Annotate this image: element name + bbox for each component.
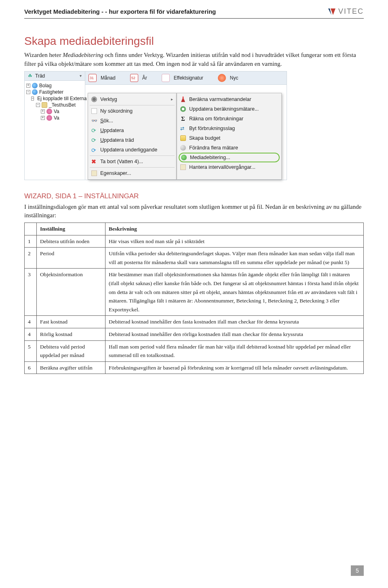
- submenu-intervall[interactable]: Hantera intervallövergångar...: [177, 162, 281, 172]
- section-heading: WIZARD, SIDA 1 – INSTÄLLNINGAR: [24, 192, 364, 200]
- menu-uppdatera[interactable]: ⟳Uppdatera: [88, 126, 176, 135]
- expand-icon[interactable]: +: [41, 116, 45, 120]
- key-icon[interactable]: [218, 74, 226, 82]
- calendar-year-icon[interactable]: [130, 74, 138, 82]
- interval-icon: [180, 164, 186, 170]
- intro-paragraph: Wizarden heter Mediadebitering och finns…: [24, 51, 364, 69]
- separator: [90, 167, 175, 168]
- toolbar-year[interactable]: År: [142, 75, 147, 81]
- sigma-icon: Σ: [180, 116, 186, 122]
- page-number: 5: [351, 565, 364, 576]
- col-header-desc: Beskrivning: [105, 223, 364, 235]
- tree-row-testhus[interactable]: −_TesthusBet: [26, 102, 83, 108]
- refresh-deep-icon: ⟳: [91, 147, 97, 153]
- refresh-icon: ⟳: [91, 128, 97, 133]
- content-panel: Månad År Effektsignatur Nyc Verktyg Ny s…: [85, 71, 287, 180]
- vitec-logo-icon: [328, 8, 336, 15]
- multi-meter-icon: [180, 145, 186, 151]
- page-header: Verktyget Mediadebitering - - hur export…: [24, 0, 364, 19]
- tree-row-ejkopplade[interactable]: −Ej kopplade till Externa filter: [26, 95, 83, 102]
- context-menu: Verktyg Ny sökordning 👓Sök... ⟳Uppdatera…: [88, 93, 177, 180]
- properties-icon: [91, 170, 97, 176]
- section-paragraph: I inställningsdialogen gör man ett antal…: [24, 203, 364, 220]
- menu-sok[interactable]: 👓Sök...: [88, 116, 176, 126]
- tree-panel: ☘ Träd ▾ +Bolag −Fastigheter −Ej kopplad…: [25, 71, 85, 180]
- collapse-icon[interactable]: −: [31, 97, 34, 101]
- toolbar-month[interactable]: Månad: [101, 75, 116, 81]
- context-menu-pair: Verktyg Ny sökordning 👓Sök... ⟳Uppdatera…: [85, 85, 287, 180]
- collapse-icon[interactable]: −: [26, 90, 30, 94]
- folder-icon: [42, 102, 47, 108]
- delete-icon: ✖: [91, 159, 97, 164]
- table-row: 1Debitera utifrån nodenHär visas vilken …: [25, 235, 364, 248]
- tree-tab[interactable]: ☘ Träd ▾: [25, 71, 85, 81]
- submenu-uppdatera-berakn[interactable]: Uppdatera beräkningsmätare...: [177, 104, 281, 114]
- budget-icon: [180, 135, 186, 141]
- tree-row-fastigheter[interactable]: −Fastigheter: [26, 89, 83, 95]
- submenu-skapa-budget[interactable]: Skapa budget: [177, 133, 281, 143]
- menu-tabort[interactable]: ✖Ta bort (Vatten 4)...: [88, 157, 176, 166]
- settings-table: Inställning Beskrivning 1Debitera utifrå…: [24, 223, 364, 374]
- toolbar-effekt[interactable]: Effektsignatur: [174, 75, 203, 81]
- node-icon: [46, 115, 52, 121]
- media-export-icon: [181, 155, 187, 160]
- menu-uppdatera-trad[interactable]: ⟳Uppdatera träd: [88, 135, 176, 145]
- submenu-byt-forbrukning[interactable]: ⇄Byt förbrukningsslag: [177, 124, 281, 133]
- expand-icon[interactable]: +: [41, 109, 45, 113]
- menu-verktyg[interactable]: Verktyg: [88, 94, 176, 104]
- swap-icon: ⇄: [180, 126, 186, 131]
- table-row: 4Rörlig kostnadDebiterad kostnad innehål…: [25, 328, 364, 340]
- tree-row-va1[interactable]: +Va: [26, 108, 83, 115]
- node-icon: [46, 109, 52, 114]
- sub-menu: Beräkna varmvattenandelar Uppdatera berä…: [177, 93, 282, 180]
- menu-egenskaper[interactable]: Egenskaper...: [88, 168, 176, 178]
- col-header-blank: [25, 223, 37, 235]
- vitec-logo: VITEC: [328, 7, 364, 16]
- table-row: 6Beräkna avgifter utifrånFörbrukningsavg…: [25, 361, 364, 374]
- submenu-forandra-matare[interactable]: Förändra flera mätare: [177, 143, 281, 153]
- expand-icon[interactable]: +: [26, 84, 30, 88]
- globe-icon: [32, 83, 38, 88]
- refresh-tree-icon: ⟳: [91, 137, 97, 143]
- collapse-icon[interactable]: −: [36, 103, 40, 107]
- header-title: Verktyget Mediadebitering - - hur export…: [24, 8, 216, 15]
- app-screenshot: ☘ Träd ▾ +Bolag −Fastigheter −Ej kopplad…: [24, 71, 287, 180]
- separator: [90, 105, 175, 105]
- chevron-down-icon: ▾: [80, 74, 82, 78]
- col-header-setting: Inställning: [37, 223, 105, 235]
- submenu-varmvatten[interactable]: Beräkna varmvattenandelar: [177, 94, 281, 104]
- page-icon: [91, 108, 97, 114]
- tree-tab-label: Träd: [35, 73, 45, 79]
- flask-red-icon: [180, 97, 186, 102]
- tree-row-va2[interactable]: +Va: [26, 115, 83, 121]
- menu-nysokordning[interactable]: Ny sökordning: [88, 106, 176, 116]
- menu-uppdatera-underliggande[interactable]: ⟳Uppdatera underliggande: [88, 145, 176, 155]
- submenu-rakna-om[interactable]: ΣRäkna om förbrukningar: [177, 114, 281, 124]
- gear-icon: [91, 97, 97, 102]
- toolbar: Månad År Effektsignatur Nyc: [85, 71, 287, 85]
- table-row: 3ObjektsinformationHär bestämmer man ifa…: [25, 269, 364, 316]
- globe-icon: [32, 89, 38, 95]
- main-heading: Skapa mediadebiteringsfil: [24, 35, 364, 48]
- tree-row-bolag[interactable]: +Bolag: [26, 82, 83, 89]
- toolbar-nyc[interactable]: Nyc: [230, 75, 238, 81]
- table-row: 4Fast kostnadDebiterad kostnad innehålle…: [25, 316, 364, 328]
- update-meter-icon: [180, 106, 186, 112]
- table-row: 5Debitera vald period uppdelad per månad…: [25, 340, 364, 361]
- calendar-month-icon[interactable]: [89, 74, 97, 82]
- tree-icon: ☘: [28, 73, 34, 79]
- separator: [90, 155, 175, 156]
- logo-text: VITEC: [338, 7, 364, 16]
- submenu-mediadebitering[interactable]: Mediadebitering...: [179, 153, 280, 162]
- signature-icon[interactable]: [162, 74, 170, 82]
- table-row: 2PeriodUtifrån vilka perioder ska debite…: [25, 248, 364, 269]
